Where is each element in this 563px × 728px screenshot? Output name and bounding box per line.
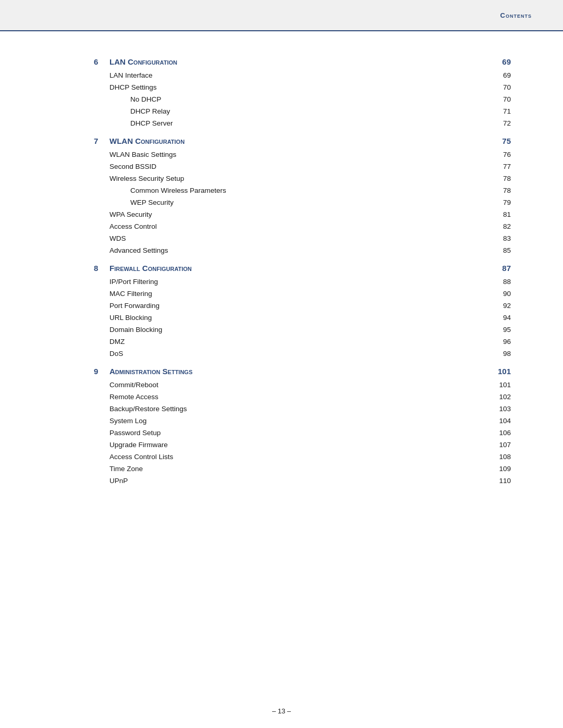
toc-entry-page-section7-7: 83 (490, 235, 511, 242)
chapter-section6: 6LAN Configuration69 (94, 57, 511, 66)
page-number: – 13 – (272, 707, 291, 715)
toc-entry-section9-8: UPnP110 (94, 477, 511, 485)
toc-entry-section8-1: MAC Filtering90 (94, 290, 511, 298)
toc-entry-page-section7-4: 79 (490, 199, 511, 206)
toc-entry-label-section7-2: Wireless Security Setup (109, 175, 490, 182)
toc-entry-section8-4: Domain Blocking95 (94, 326, 511, 334)
toc-entry-label-section8-1: MAC Filtering (109, 290, 490, 298)
toc-entry-page-section6-0: 69 (490, 71, 511, 79)
toc-entry-page-section7-5: 81 (490, 211, 511, 218)
toc-entry-label-section9-2: Backup/Restore Settings (109, 405, 490, 413)
toc-container: 6LAN Configuration69LAN Interface69DHCP … (94, 57, 511, 485)
toc-entry-section7-7: WDS83 (94, 235, 511, 242)
toc-entry-label-section7-3: Common Wireless Parameters (130, 187, 490, 194)
chapter-title-section6: LAN Configuration (109, 57, 490, 66)
toc-entry-page-section6-4: 72 (490, 119, 511, 127)
toc-entry-label-section8-2: Port Forwarding (109, 302, 490, 310)
toc-entry-section8-2: Port Forwarding92 (94, 302, 511, 310)
chapter-title-section9: Administration Settings (109, 367, 490, 376)
chapter-num-section9: 9 (94, 367, 109, 376)
toc-entry-label-section6-3: DHCP Relay (130, 107, 490, 115)
toc-entry-label-section9-8: UPnP (109, 477, 490, 485)
toc-entry-section7-5: WPA Security81 (94, 211, 511, 218)
toc-entry-label-section8-5: DMZ (109, 338, 490, 346)
footer: – 13 – (0, 707, 563, 715)
toc-entry-page-section7-0: 76 (490, 151, 511, 158)
toc-entry-section7-4: WEP Security79 (94, 199, 511, 206)
toc-entry-page-section9-4: 106 (490, 429, 511, 437)
chapter-page-section6: 69 (490, 57, 511, 66)
toc-entry-section9-2: Backup/Restore Settings103 (94, 405, 511, 413)
toc-entry-page-section7-2: 78 (490, 175, 511, 182)
toc-entry-section7-2: Wireless Security Setup78 (94, 175, 511, 182)
toc-entry-label-section9-7: Time Zone (109, 465, 490, 473)
toc-entry-label-section7-4: WEP Security (130, 199, 490, 206)
toc-entry-label-section9-3: System Log (109, 417, 490, 425)
toc-entry-section9-4: Password Setup106 (94, 429, 511, 437)
toc-entry-page-section8-0: 88 (490, 278, 511, 286)
toc-entry-label-section7-7: WDS (109, 235, 490, 242)
toc-entry-page-section9-8: 110 (490, 477, 511, 485)
chapter-page-section8: 87 (490, 264, 511, 273)
toc-entry-page-section8-4: 95 (490, 326, 511, 334)
toc-entry-page-section6-3: 71 (490, 107, 511, 115)
toc-entry-section9-5: Upgrade Firmware107 (94, 441, 511, 449)
toc-entry-section7-3: Common Wireless Parameters78 (94, 187, 511, 194)
toc-entry-page-section8-1: 90 (490, 290, 511, 298)
toc-entry-page-section7-1: 77 (490, 163, 511, 170)
toc-entry-label-section7-5: WPA Security (109, 211, 490, 218)
toc-entry-page-section9-3: 104 (490, 417, 511, 425)
toc-entry-section8-3: URL Blocking94 (94, 314, 511, 322)
chapter-num-section8: 8 (94, 264, 109, 273)
toc-entry-section7-6: Access Control82 (94, 223, 511, 230)
toc-entry-section8-0: IP/Port Filtering88 (94, 278, 511, 286)
toc-entry-section6-4: DHCP Server72 (94, 119, 511, 127)
toc-entry-label-section6-1: DHCP Settings (109, 83, 490, 91)
toc-entry-section7-0: WLAN Basic Settings76 (94, 151, 511, 158)
chapter-section8: 8Firewall Configuration87 (94, 264, 511, 273)
toc-entry-label-section7-6: Access Control (109, 223, 490, 230)
chapter-num-section7: 7 (94, 137, 109, 145)
toc-entry-section7-8: Advanced Settings85 (94, 246, 511, 254)
toc-entry-label-section6-2: No DHCP (130, 95, 490, 103)
toc-entry-section9-0: Commit/Reboot101 (94, 381, 511, 389)
toc-entry-page-section7-6: 82 (490, 223, 511, 230)
chapter-section9: 9Administration Settings101 (94, 367, 511, 376)
toc-entry-label-section9-1: Remote Access (109, 393, 490, 401)
toc-entry-section9-1: Remote Access102 (94, 393, 511, 401)
toc-entry-section8-6: DoS98 (94, 350, 511, 357)
chapter-title-section8: Firewall Configuration (109, 264, 490, 273)
toc-entry-label-section6-4: DHCP Server (130, 119, 490, 127)
toc-entry-label-section8-3: URL Blocking (109, 314, 490, 322)
chapter-page-section9: 101 (490, 367, 511, 376)
toc-entry-section9-3: System Log104 (94, 417, 511, 425)
toc-entry-page-section8-5: 96 (490, 338, 511, 346)
page: Contents 6LAN Configuration69LAN Interfa… (0, 0, 563, 728)
chapter-title-section7: WLAN Configuration (109, 137, 490, 145)
header-section: Contents (0, 0, 563, 31)
toc-entry-label-section9-4: Password Setup (109, 429, 490, 437)
toc-entry-page-section8-2: 92 (490, 302, 511, 310)
toc-entry-page-section6-1: 70 (490, 83, 511, 91)
toc-entry-section9-6: Access Control Lists108 (94, 453, 511, 461)
toc-entry-section9-7: Time Zone109 (94, 465, 511, 473)
toc-entry-page-section9-0: 101 (490, 381, 511, 389)
toc-entry-section6-2: No DHCP70 (94, 95, 511, 103)
chapter-num-section6: 6 (94, 57, 109, 66)
toc-entry-label-section6-0: LAN Interface (109, 71, 490, 79)
toc-entry-label-section7-1: Second BSSID (109, 163, 490, 170)
toc-entry-page-section8-6: 98 (490, 350, 511, 357)
chapter-page-section7: 75 (490, 137, 511, 145)
toc-entry-section8-5: DMZ96 (94, 338, 511, 346)
main-content: 6LAN Configuration69LAN Interface69DHCP … (0, 31, 563, 702)
toc-entry-page-section7-3: 78 (490, 187, 511, 194)
toc-entry-page-section9-7: 109 (490, 465, 511, 473)
toc-entry-label-section8-4: Domain Blocking (109, 326, 490, 334)
header-title: Contents (500, 11, 532, 19)
toc-entry-page-section6-2: 70 (490, 95, 511, 103)
toc-entry-section6-0: LAN Interface69 (94, 71, 511, 79)
toc-entry-page-section9-5: 107 (490, 441, 511, 449)
toc-entry-section7-1: Second BSSID77 (94, 163, 511, 170)
toc-entry-label-section8-0: IP/Port Filtering (109, 278, 490, 286)
toc-entry-page-section7-8: 85 (490, 246, 511, 254)
